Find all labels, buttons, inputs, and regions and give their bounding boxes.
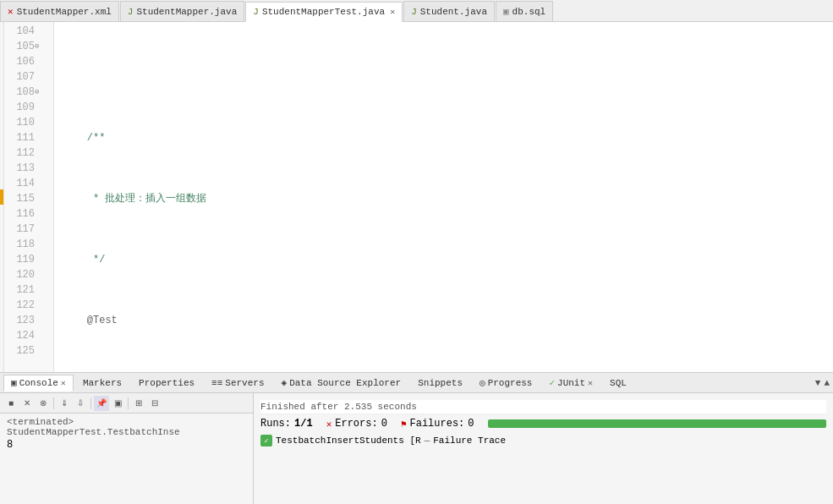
tab-sql[interactable]: SQL xyxy=(602,375,634,392)
errors-icon: ✕ xyxy=(326,419,332,430)
remove-button[interactable]: ✕ xyxy=(19,396,35,411)
code-line-106: * 批处理：插入一组数据 xyxy=(63,191,833,206)
stop-button[interactable]: ■ xyxy=(3,396,19,411)
datasource-icon: ◈ xyxy=(282,377,288,388)
junit-tree: ✓ TestbatchInsertStudents [R — Failure T… xyxy=(260,435,826,446)
test-pass-icon: ✓ xyxy=(260,435,272,446)
runs-value: 1/1 xyxy=(294,418,313,430)
line-numbers: 104 105⊖ 106 107 108⊖ 109 110 111 112 11… xyxy=(4,22,54,372)
tab-studentmapper-java[interactable]: J StudentMapper.java xyxy=(120,1,244,21)
scroll-lock-button[interactable]: ⇓ xyxy=(57,396,72,411)
errors-label: Errors: xyxy=(335,418,377,430)
errors-value: 0 xyxy=(381,418,387,430)
scroll-end-button[interactable]: ⇩ xyxy=(73,396,88,411)
tab-label: db.sql xyxy=(512,7,546,17)
pin-button[interactable]: 📌 xyxy=(94,396,109,411)
console-terminated-text: <terminated> StudentMapperTest.Testbatch… xyxy=(7,417,246,437)
junit-runs: Runs: 1/1 xyxy=(260,418,313,430)
editor-tab-bar: ✕ StudentMapper.xml J StudentMapper.java… xyxy=(0,0,833,22)
panel-maximize-icon[interactable]: ▲ xyxy=(824,378,830,388)
code-content: /** * 批处理：插入一组数据 */ @Test public void Te… xyxy=(54,22,833,372)
junit-test-item[interactable]: ✓ TestbatchInsertStudents [R — Failure T… xyxy=(260,435,826,446)
separator2 xyxy=(90,397,91,409)
tab-snippets[interactable]: Snippets xyxy=(410,375,470,392)
console-icon: ▣ xyxy=(11,377,17,388)
bottom-panel: ▣ Console ✕ Markers Properties ≡≡ Server… xyxy=(0,373,833,504)
markers-label: Markers xyxy=(83,378,122,388)
java-icon: J xyxy=(128,7,134,17)
left-gutter xyxy=(0,22,4,372)
junit-panel: Finished after 2.535 seconds Runs: 1/1 ✕… xyxy=(254,393,833,504)
java-icon: J xyxy=(253,7,259,17)
test-separator: — xyxy=(425,436,430,446)
junit-failures: ⚑ Failures: 0 xyxy=(401,418,474,430)
tab-console[interactable]: ▣ Console ✕ xyxy=(3,375,74,392)
datasource-label: Data Source Explorer xyxy=(289,378,401,388)
tab-label: StudentMapper.java xyxy=(136,7,237,17)
bottom-tab-bar: ▣ Console ✕ Markers Properties ≡≡ Server… xyxy=(0,373,833,393)
tab-datasource[interactable]: ◈ Data Source Explorer xyxy=(274,375,409,392)
tab-studentmapper-xml[interactable]: ✕ StudentMapper.xml xyxy=(0,1,119,21)
code-line-107: */ xyxy=(63,252,833,267)
console-close-icon[interactable]: ✕ xyxy=(61,378,66,388)
properties-label: Properties xyxy=(139,378,195,388)
tab-junit[interactable]: ✓ JUnit ✕ xyxy=(541,375,600,392)
console-label: Console xyxy=(19,378,58,388)
test-name: TestbatchInsertStudents [R xyxy=(276,436,421,446)
junit-icon: ✓ xyxy=(549,377,555,388)
junit-finished-bar: Finished after 2.535 seconds xyxy=(260,400,826,414)
junit-errors: ✕ Errors: 0 xyxy=(326,418,387,430)
code-line-104 xyxy=(63,69,833,85)
console-output-value: 8 xyxy=(7,439,246,451)
runs-label: Runs: xyxy=(260,418,291,430)
tab-progress[interactable]: ◎ Progress xyxy=(472,375,540,392)
layout-button[interactable]: ▣ xyxy=(110,396,125,411)
console-panel: ■ ✕ ⊗ ⇓ ⇩ 📌 ▣ ⊞ ⊟ <terminated> StudentMa… xyxy=(0,393,254,504)
separator3 xyxy=(128,397,129,409)
tab-properties[interactable]: Properties xyxy=(131,375,202,392)
tab-db-sql[interactable]: ▣ db.sql xyxy=(496,1,553,21)
console-output-area: <terminated> StudentMapperTest.Testbatch… xyxy=(0,414,253,504)
java-icon: J xyxy=(411,7,417,17)
junit-label: JUnit xyxy=(557,378,585,388)
tab-label: StudentMapper.xml xyxy=(17,7,112,17)
progress-label: Progress xyxy=(488,378,533,388)
sql-icon: ▣ xyxy=(503,6,509,17)
tab-label: StudentMapperTest.java xyxy=(262,7,385,17)
junit-finished-text: Finished after 2.535 seconds xyxy=(260,402,417,412)
failure-trace-label: Failure Trace xyxy=(433,436,506,446)
failures-label: Failures: xyxy=(410,418,465,430)
code-line-108: @Test xyxy=(63,313,833,328)
junit-close-icon[interactable]: ✕ xyxy=(588,378,593,388)
tab-studentmappertest-java[interactable]: J StudentMapperTest.java ✕ xyxy=(245,2,403,22)
code-line-105: /** xyxy=(63,130,833,145)
open-console-button[interactable]: ⊞ xyxy=(131,396,146,411)
separator xyxy=(53,397,54,409)
failures-value: 0 xyxy=(468,418,474,430)
servers-icon: ≡≡ xyxy=(211,378,222,388)
xml-icon: ✕ xyxy=(8,6,14,17)
layout2-button[interactable]: ⊟ xyxy=(147,396,162,411)
editor-area: 104 105⊖ 106 107 108⊖ 109 110 111 112 11… xyxy=(0,22,833,373)
breakpoint-indicator xyxy=(0,189,3,205)
servers-label: Servers xyxy=(225,378,264,388)
tab-close-icon[interactable]: ✕ xyxy=(390,7,395,17)
bottom-content-area: ■ ✕ ⊗ ⇓ ⇩ 📌 ▣ ⊞ ⊟ <terminated> StudentMa… xyxy=(0,393,833,504)
progress-icon: ◎ xyxy=(480,377,485,388)
tab-markers[interactable]: Markers xyxy=(75,375,129,392)
panel-minimize-icon[interactable]: ▼ xyxy=(815,378,821,388)
snippets-label: Snippets xyxy=(418,378,463,388)
tab-label: Student.java xyxy=(420,7,487,17)
console-toolbar: ■ ✕ ⊗ ⇓ ⇩ 📌 ▣ ⊞ ⊟ xyxy=(0,393,253,414)
junit-progress-bar xyxy=(488,419,826,428)
junit-stats-row: Runs: 1/1 ✕ Errors: 0 ⚑ Failures: 0 xyxy=(260,418,826,430)
failures-icon: ⚑ xyxy=(401,419,407,430)
tab-servers[interactable]: ≡≡ Servers xyxy=(204,375,271,392)
sql-label: SQL xyxy=(610,378,627,388)
horizontal-scrollbar[interactable] xyxy=(0,372,833,373)
tab-student-java[interactable]: J Student.java xyxy=(403,1,495,21)
clear-button[interactable]: ⊗ xyxy=(36,396,51,411)
